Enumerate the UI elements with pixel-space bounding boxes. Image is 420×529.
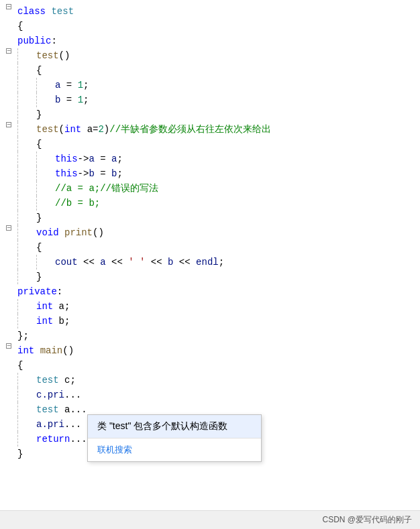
line-content: }: [15, 107, 420, 122]
token: ...: [64, 419, 81, 430]
token: ;: [117, 168, 122, 179]
token: <<: [78, 257, 101, 268]
gutter-indicator[interactable]: −: [3, 225, 15, 231]
token: return: [36, 434, 70, 445]
token: (: [59, 124, 64, 135]
line-content: c.pri...: [15, 388, 420, 402]
token: =: [60, 80, 77, 91]
token: test: [36, 404, 59, 415]
line-content: {: [15, 19, 420, 34]
gutter-indicator[interactable]: −: [3, 48, 15, 54]
token: 2: [98, 124, 103, 135]
tooltip-link[interactable]: 联机搜索: [88, 438, 261, 461]
collapse-button[interactable]: −: [6, 225, 11, 231]
line-content: }: [15, 211, 420, 225]
token: [59, 227, 64, 238]
collapse-button[interactable]: −: [6, 343, 11, 349]
line-content: };: [15, 329, 420, 343]
token: }: [17, 449, 23, 459]
token: :: [57, 286, 62, 297]
token: //b = b;: [55, 198, 100, 209]
code-line: cout << a << ' ' << b << endl;: [0, 255, 420, 270]
collapse-button[interactable]: −: [6, 122, 11, 127]
token: ->: [78, 154, 89, 164]
line-content: class test: [15, 4, 420, 19]
gutter-indicator[interactable]: −: [3, 122, 15, 127]
code-line: {: [0, 63, 420, 78]
token: print: [64, 227, 93, 238]
token: b;: [53, 316, 70, 327]
token: ): [104, 124, 109, 135]
token: c.pri: [36, 390, 64, 400]
code-line: −int main(): [0, 343, 420, 358]
line-content: b = 1;: [15, 93, 420, 107]
gutter-indicator[interactable]: −: [3, 4, 15, 9]
token: ;: [83, 95, 89, 105]
token: a: [59, 404, 70, 415]
line-content: test(): [15, 48, 420, 63]
code-line: public:: [0, 34, 420, 48]
code-line: this->a = a;: [0, 152, 420, 166]
token: main: [40, 345, 63, 356]
line-content: a = 1;: [15, 78, 420, 93]
token: a: [89, 154, 94, 164]
line-content: //a = a;//错误的写法: [15, 181, 420, 196]
token: <<: [173, 257, 196, 268]
token: a;: [53, 301, 70, 312]
code-line: //b = b;: [0, 196, 420, 211]
code-line: −test(): [0, 48, 420, 63]
token: test: [36, 375, 59, 386]
token: ;: [117, 154, 122, 164]
line-content: int a;: [15, 299, 420, 314]
code-line: int a;: [0, 299, 420, 314]
token: ...: [70, 404, 87, 415]
token: {: [17, 360, 23, 371]
line-content: {: [15, 358, 420, 373]
line-content: this->b = b;: [15, 166, 420, 181]
token: test: [51, 6, 74, 17]
token: int: [36, 301, 53, 312]
code-line: }: [0, 107, 420, 122]
token: 1: [78, 95, 83, 105]
code-line: //a = a;//错误的写法: [0, 181, 420, 196]
line-content: cout << a << ' ' << b << endl;: [15, 255, 420, 270]
code-line: {: [0, 240, 420, 255]
collapse-button[interactable]: −: [6, 48, 11, 54]
code-line: int b;: [0, 314, 420, 329]
code-line: }: [0, 270, 420, 284]
token: class: [17, 6, 51, 17]
line-content: private:: [15, 284, 420, 299]
collapse-button[interactable]: −: [6, 4, 11, 9]
token: b: [89, 168, 94, 179]
code-line: private:: [0, 284, 420, 299]
code-line: {: [0, 358, 420, 373]
line-content: //b = b;: [15, 196, 420, 211]
token: }: [36, 213, 42, 223]
token: }: [36, 272, 42, 282]
token: int: [36, 316, 53, 327]
token: test: [36, 50, 59, 61]
code-line: a = 1;: [0, 78, 420, 93]
token: this: [55, 168, 78, 179]
token: ...: [64, 390, 81, 400]
token: test: [36, 124, 59, 135]
line-content: test(int a=2)//半缺省参数必须从右往左依次来给出: [15, 122, 420, 137]
error-tooltip[interactable]: 类 "test" 包含多个默认构造函数 联机搜索: [87, 414, 262, 462]
line-content: }: [15, 270, 420, 284]
token: this: [55, 154, 78, 164]
token: }: [36, 109, 42, 120]
token: //半缺省参数必须从右往左依次来给出: [109, 124, 271, 135]
token: endl: [196, 257, 219, 268]
token: int: [17, 345, 34, 356]
line-content: int b;: [15, 314, 420, 329]
token: {: [36, 65, 42, 76]
gutter-indicator[interactable]: −: [3, 343, 15, 349]
token: a: [100, 257, 105, 268]
line-content: {: [15, 63, 420, 78]
code-line: −void print(): [0, 225, 420, 240]
token: a.pri: [36, 419, 64, 430]
token: (): [59, 50, 70, 61]
line-content: this->a = a;: [15, 152, 420, 166]
line-content: public:: [15, 34, 420, 48]
tooltip-main-text: 类 "test" 包含多个默认构造函数: [88, 415, 261, 438]
